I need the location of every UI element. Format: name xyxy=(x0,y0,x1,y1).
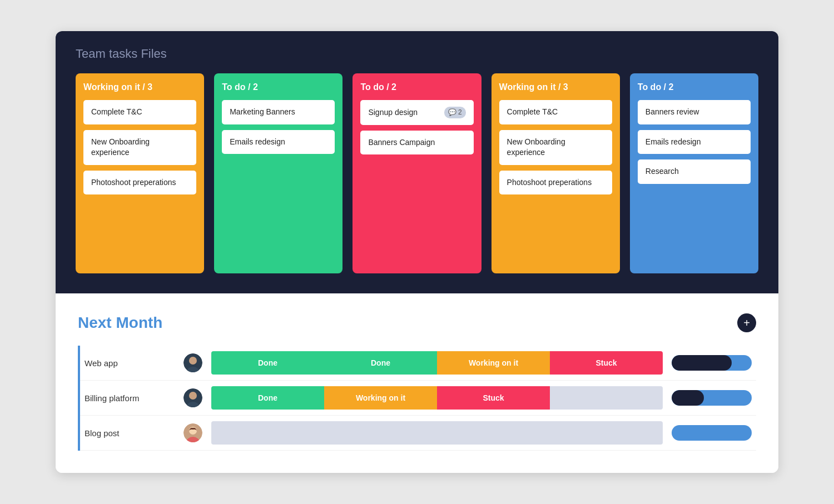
column-header-3: To do / 2 xyxy=(360,82,473,92)
card-text: New Onboarding experience xyxy=(91,137,188,158)
bar-segment-empty[interactable] xyxy=(324,421,437,445)
card-text: Research xyxy=(646,166,679,177)
column-header-5: To do / 2 xyxy=(638,82,751,92)
progress-cell xyxy=(667,416,756,451)
card[interactable]: Photoshoot preperations xyxy=(83,171,196,195)
bar-segment-done[interactable]: Done xyxy=(211,351,324,375)
card-text: New Onboarding experience xyxy=(507,137,604,158)
card[interactable]: Banners Campaign xyxy=(360,131,473,155)
card-text: Banners review xyxy=(646,107,699,118)
card-text: Photoshoot preperations xyxy=(91,177,176,188)
progress-bar-bg xyxy=(672,390,752,406)
progress-bar-bg xyxy=(672,355,752,371)
bar-segment-working[interactable]: Working on it xyxy=(437,351,550,375)
section-header: Next Month + xyxy=(78,313,756,332)
bars-row: DoneDoneWorking on itStuck xyxy=(211,351,663,375)
card[interactable]: Signup design💬 2 xyxy=(360,100,473,125)
column-header-4: Working on it / 3 xyxy=(499,82,612,92)
gantt-row: Billing platform DoneWorking on itStuck xyxy=(79,381,756,416)
next-month-title: Next Month xyxy=(78,314,162,332)
column-header-1: Working on it / 3 xyxy=(83,82,196,92)
board-title-main: Team tasks xyxy=(76,47,137,61)
card[interactable]: Photoshoot preperations xyxy=(499,171,612,195)
row-name: Billing platform xyxy=(79,381,179,416)
card-badge: 💬 2 xyxy=(444,107,466,118)
bars-row: DoneWorking on itStuck xyxy=(211,386,663,410)
main-container: Team tasks Files Working on it / 3Comple… xyxy=(56,31,778,473)
card[interactable]: Emails redesign xyxy=(222,130,335,154)
avatar xyxy=(183,388,202,407)
kanban-column-4: Working on it / 3Complete T&CNew Onboard… xyxy=(492,73,620,273)
row-name: Web app xyxy=(79,346,179,381)
bar-segment-stuck[interactable]: Stuck xyxy=(550,351,663,375)
svg-point-4 xyxy=(189,392,197,400)
card[interactable]: New Onboarding experience xyxy=(499,130,612,165)
card-text: Emails redesign xyxy=(646,137,701,148)
bar-segment-working[interactable]: Working on it xyxy=(324,386,437,410)
avatar xyxy=(183,423,202,442)
card[interactable]: Research xyxy=(638,159,751,184)
card-text: Complete T&C xyxy=(507,107,558,118)
bars-row xyxy=(211,421,663,445)
bars-cell xyxy=(207,416,667,451)
card[interactable]: Emails redesign xyxy=(638,130,751,154)
kanban-board: Working on it / 3Complete T&CNew Onboard… xyxy=(76,73,758,273)
card-text: Photoshoot preperations xyxy=(507,177,592,188)
bar-segment-done[interactable]: Done xyxy=(324,351,437,375)
card[interactable]: New Onboarding experience xyxy=(83,130,196,165)
avatar xyxy=(183,353,202,372)
card-text: Signup design xyxy=(368,107,418,118)
kanban-column-5: To do / 2Banners reviewEmails redesignRe… xyxy=(630,73,758,273)
bar-segment-empty[interactable] xyxy=(550,421,663,445)
progress-bar-bg xyxy=(672,425,752,441)
progress-bar-fill xyxy=(672,390,704,406)
card-text: Banners Campaign xyxy=(368,137,435,148)
add-button[interactable]: + xyxy=(737,313,756,332)
bar-segment-done[interactable]: Done xyxy=(211,386,324,410)
kanban-column-2: To do / 2Marketing BannersEmails redesig… xyxy=(214,73,342,273)
avatar-cell xyxy=(179,416,207,451)
card-text: Emails redesign xyxy=(230,137,285,148)
column-header-2: To do / 2 xyxy=(222,82,335,92)
kanban-column-3: To do / 2Signup design💬 2Banners Campaig… xyxy=(353,73,481,273)
bars-cell: DoneWorking on itStuck xyxy=(207,381,667,416)
progress-cell xyxy=(667,346,756,381)
bar-segment-empty[interactable] xyxy=(437,421,550,445)
gantt-row: Blog post xyxy=(79,416,756,451)
gantt-table: Web app DoneDoneWorking on itStuckBillin… xyxy=(78,346,756,451)
board-section: Team tasks Files Working on it / 3Comple… xyxy=(56,31,778,293)
bar-segment-empty[interactable] xyxy=(211,421,324,445)
svg-point-1 xyxy=(189,357,197,365)
progress-cell xyxy=(667,381,756,416)
bar-segment-stuck[interactable]: Stuck xyxy=(437,386,550,410)
card-text: Complete T&C xyxy=(91,107,142,118)
card[interactable]: Marketing Banners xyxy=(222,100,335,124)
card-text: Marketing Banners xyxy=(230,107,295,118)
board-title: Team tasks Files xyxy=(76,47,758,61)
avatar-cell xyxy=(179,346,207,381)
card[interactable]: Banners review xyxy=(638,100,751,124)
gantt-row: Web app DoneDoneWorking on itStuck xyxy=(79,346,756,381)
card[interactable]: Complete T&C xyxy=(83,100,196,124)
board-title-secondary: Files xyxy=(137,47,167,61)
avatar-cell xyxy=(179,381,207,416)
bottom-section: Next Month + Web app DoneDoneWorking on … xyxy=(56,293,778,473)
kanban-column-1: Working on it / 3Complete T&CNew Onboard… xyxy=(76,73,204,273)
row-name: Blog post xyxy=(79,416,179,451)
bar-segment-empty[interactable] xyxy=(550,386,663,410)
card[interactable]: Complete T&C xyxy=(499,100,612,124)
progress-bar-fill xyxy=(672,355,732,371)
bars-cell: DoneDoneWorking on itStuck xyxy=(207,346,667,381)
